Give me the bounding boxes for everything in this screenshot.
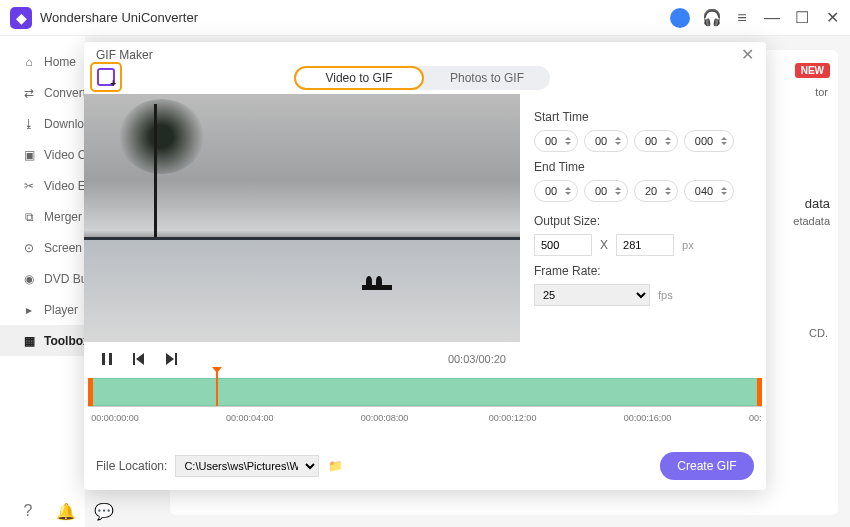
- tab-photos-to-gif[interactable]: Photos to GIF: [424, 66, 550, 90]
- headset-icon[interactable]: 🎧: [704, 10, 720, 26]
- size-separator: X: [600, 238, 608, 252]
- next-button[interactable]: [162, 350, 180, 368]
- sidebar-item-video-compressor[interactable]: ▣Video Compressor: [0, 139, 85, 170]
- bg-text: data: [805, 196, 830, 211]
- prev-button[interactable]: [130, 350, 148, 368]
- statusbar: ? 🔔 💬: [20, 503, 112, 519]
- file-location-select[interactable]: C:\Users\ws\Pictures\Wonders: [175, 455, 319, 477]
- sidebar-item-merger[interactable]: ⧉Merger: [0, 201, 85, 232]
- create-gif-button[interactable]: Create GIF: [660, 452, 754, 480]
- sidebar-item-downloader[interactable]: ⭳Downloader: [0, 108, 85, 139]
- sidebar-item-screen-recorder[interactable]: ⊙Screen Recorder: [0, 232, 85, 263]
- timeline-range[interactable]: [88, 378, 762, 406]
- sidebar: ⌂Home ⇄Converter ⭳Downloader ▣Video Comp…: [0, 36, 85, 527]
- playback-time: 00:03/00:20: [448, 353, 506, 365]
- file-plus-icon: [97, 68, 115, 86]
- sidebar-item-home[interactable]: ⌂Home: [0, 46, 85, 77]
- end-hours-stepper[interactable]: 00: [534, 180, 578, 202]
- timeline[interactable]: 00:00:00:00 00:00:04:00 00:00:08:00 00:0…: [84, 378, 766, 424]
- end-seconds-stepper[interactable]: 20: [634, 180, 678, 202]
- sidebar-item-converter[interactable]: ⇄Converter: [0, 77, 85, 108]
- app-title: Wondershare UniConverter: [40, 10, 198, 25]
- user-avatar[interactable]: [670, 8, 690, 28]
- start-hours-stepper[interactable]: 00: [534, 130, 578, 152]
- start-ms-stepper[interactable]: 000: [684, 130, 734, 152]
- start-time-label: Start Time: [534, 110, 754, 124]
- timeline-start-handle[interactable]: [88, 378, 93, 406]
- pause-button[interactable]: [98, 350, 116, 368]
- sidebar-item-dvd-burner[interactable]: ◉DVD Burner: [0, 263, 85, 294]
- bg-text: CD.: [809, 327, 828, 339]
- chat-icon[interactable]: 💬: [96, 503, 112, 519]
- tab-video-to-gif[interactable]: Video to GIF: [294, 66, 424, 90]
- folder-icon[interactable]: 📁: [327, 458, 343, 474]
- output-height-input[interactable]: [616, 234, 674, 256]
- fps-unit: fps: [658, 289, 673, 301]
- timeline-ruler: 00:00:00:00 00:00:04:00 00:00:08:00 00:0…: [88, 406, 762, 424]
- svg-marker-3: [136, 353, 144, 365]
- timeline-end-handle[interactable]: [757, 378, 762, 406]
- svg-rect-5: [175, 353, 177, 365]
- output-width-input[interactable]: [534, 234, 592, 256]
- start-seconds-stepper[interactable]: 00: [634, 130, 678, 152]
- maximize-icon[interactable]: ☐: [794, 10, 810, 26]
- frame-rate-label: Frame Rate:: [534, 264, 754, 278]
- add-file-button[interactable]: [90, 62, 122, 92]
- download-icon: ⭳: [22, 117, 36, 131]
- bell-icon[interactable]: 🔔: [58, 503, 74, 519]
- start-minutes-stepper[interactable]: 00: [584, 130, 628, 152]
- merge-icon: ⧉: [22, 210, 36, 224]
- scissors-icon: ✂: [22, 179, 36, 193]
- sidebar-item-player[interactable]: ▸Player: [0, 294, 85, 325]
- output-size-label: Output Size:: [534, 214, 754, 228]
- toolbox-icon: ▦: [22, 334, 36, 348]
- help-icon[interactable]: ?: [20, 503, 36, 519]
- titlebar: ◆ Wondershare UniConverter 🎧 ≡ — ☐ ✕: [0, 0, 850, 36]
- end-ms-stepper[interactable]: 040: [684, 180, 734, 202]
- modal-footer: File Location: C:\Users\ws\Pictures\Wond…: [96, 452, 754, 480]
- settings-panel: Start Time 00 00 00 000 End Time 00 00 2…: [534, 104, 754, 314]
- sidebar-item-video-editor[interactable]: ✂Video Editor: [0, 170, 85, 201]
- bg-text: etadata: [793, 215, 830, 227]
- close-window-icon[interactable]: ✕: [824, 10, 840, 26]
- end-time-label: End Time: [534, 160, 754, 174]
- disc-icon: ◉: [22, 272, 36, 286]
- svg-rect-0: [102, 353, 105, 365]
- frame-rate-select[interactable]: 25: [534, 284, 650, 306]
- playhead[interactable]: [216, 372, 218, 406]
- close-icon[interactable]: ✕: [741, 47, 754, 63]
- converter-icon: ⇄: [22, 86, 36, 100]
- minimize-icon[interactable]: —: [764, 10, 780, 26]
- gif-maker-modal: GIF Maker ✕ Video to GIF Photos to GIF 0…: [84, 42, 766, 490]
- playback-controls: 00:03/00:20: [84, 344, 520, 374]
- bg-text: tor: [815, 86, 828, 98]
- modal-title: GIF Maker: [96, 48, 153, 62]
- sidebar-item-toolbox[interactable]: ▦Toolbox: [0, 325, 85, 356]
- play-icon: ▸: [22, 303, 36, 317]
- end-minutes-stepper[interactable]: 00: [584, 180, 628, 202]
- video-preview[interactable]: [84, 94, 520, 342]
- new-badge: NEW: [795, 63, 830, 78]
- app-logo: ◆: [10, 7, 32, 29]
- file-location-label: File Location:: [96, 459, 167, 473]
- svg-marker-4: [166, 353, 174, 365]
- compress-icon: ▣: [22, 148, 36, 162]
- mode-tabs: Video to GIF Photos to GIF: [294, 66, 550, 90]
- record-icon: ⊙: [22, 241, 36, 255]
- px-unit: px: [682, 239, 694, 251]
- svg-rect-1: [109, 353, 112, 365]
- menu-icon[interactable]: ≡: [734, 10, 750, 26]
- home-icon: ⌂: [22, 55, 36, 69]
- svg-rect-2: [133, 353, 135, 365]
